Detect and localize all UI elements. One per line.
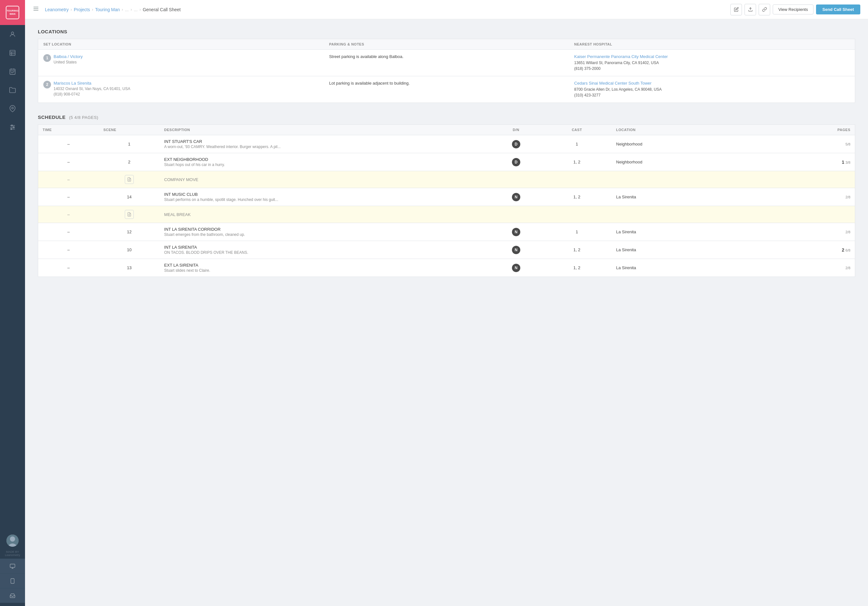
scene-location: La Sirenita	[612, 223, 786, 241]
col-dn: D/N	[490, 125, 542, 135]
main-area: Leanometry › Projects › Touring Man › ..…	[25, 0, 868, 606]
break-icon	[125, 210, 134, 219]
hospital-address: 8700 Gracie Allen Dr, Los Angeles, CA 90…	[574, 87, 850, 98]
made-by-label: MADE BY Leanometry	[5, 550, 20, 558]
svg-point-13	[11, 125, 12, 126]
svg-rect-22	[11, 578, 14, 583]
scene-pages: 1 3/8	[786, 153, 855, 171]
locations-section: LOCATIONS SET LOCATION PARKING & NOTES N…	[38, 29, 855, 103]
sidebar-item-person[interactable]	[0, 25, 25, 43]
scene-row: – 1 INT STUART'S CAR A worn-out, '93 CAM…	[38, 135, 855, 153]
scene-location: Neighborhood	[612, 153, 786, 171]
location-parking: Lot parking is available adjacent to bui…	[324, 76, 569, 103]
upload-button[interactable]	[744, 4, 756, 15]
location-parking: Street parking is available along Balboa…	[324, 49, 569, 76]
sidebar-item-calendar[interactable]	[0, 62, 25, 81]
location-address: United States	[54, 60, 83, 64]
location-name[interactable]: Mariscos La Sirenita	[54, 81, 91, 85]
scene-pages: 2/8	[786, 188, 855, 206]
scene-cast: 1, 2	[542, 153, 612, 171]
send-call-sheet-button[interactable]: Send Call Sheet	[816, 5, 860, 14]
break-icon-cell	[99, 206, 160, 223]
schedule-section: SCHEDULE (5 4/8 pages) TIME SCENE DESCRI…	[38, 114, 855, 277]
edit-button[interactable]	[730, 4, 742, 15]
svg-point-17	[10, 536, 15, 542]
break-time: –	[38, 171, 99, 188]
scene-time: –	[38, 223, 99, 241]
scene-description: INT LA SIRENITA ON TACOS. BLOOD DRIPS OV…	[160, 241, 490, 259]
scene-time: –	[38, 241, 99, 259]
scene-description: EXT LA SIRENITA Stuart slides next to Cl…	[160, 259, 490, 277]
hospital-name[interactable]: Kaiser Permanente Panorama City Medical …	[574, 54, 668, 59]
scene-location: La Sirenita	[612, 188, 786, 206]
scene-description: EXT NEIGHBORHOOD Stuart hops out of his …	[160, 153, 490, 171]
svg-rect-19	[10, 564, 15, 567]
col-time: TIME	[38, 125, 99, 135]
sidebar-item-folder[interactable]	[0, 81, 25, 99]
sidebar-item-table[interactable]	[0, 43, 25, 62]
location-row: 1 Balboa / Victory United States Street …	[38, 49, 855, 76]
svg-point-0	[11, 32, 14, 34]
user-avatar[interactable]	[0, 531, 25, 550]
scene-pages: 5/8	[786, 135, 855, 153]
col-scene: SCENE	[99, 125, 160, 135]
breadcrumb-projects[interactable]: Projects	[74, 7, 90, 12]
sidebar-inbox-btn[interactable]	[0, 588, 25, 603]
scene-number: 10	[99, 241, 160, 259]
schedule-subtitle: (5 4/8 pages)	[69, 115, 98, 120]
location-num: 2	[43, 81, 51, 88]
menu-icon[interactable]	[33, 5, 39, 14]
svg-point-15	[11, 128, 12, 130]
break-label: COMPANY MOVE	[160, 171, 855, 188]
sidebar: TOURINGMAN MADE BY Leanometry	[0, 0, 25, 606]
scene-cast: 1, 2	[542, 241, 612, 259]
col-location: LOCATION	[612, 125, 786, 135]
breadcrumb-ellipsis2: ...	[134, 7, 138, 12]
scene-row: – 2 EXT NEIGHBORHOOD Stuart hops out of …	[38, 153, 855, 171]
scene-description: INT LA SIRENITA CORRIDOR Stuart emerges …	[160, 223, 490, 241]
location-phone: (818) 908-0742	[54, 92, 130, 96]
scene-cast: 1	[542, 135, 612, 153]
schedule-table: TIME SCENE DESCRIPTION D/N CAST LOCATION…	[38, 124, 855, 277]
scene-cast: 1	[542, 223, 612, 241]
scene-number: 2	[99, 153, 160, 171]
breadcrumb-project[interactable]: Touring Man	[95, 7, 120, 12]
break-time: –	[38, 206, 99, 223]
scene-description: INT MUSIC CLUB Stuart performs on a humb…	[160, 188, 490, 206]
scene-cast: 1, 2	[542, 259, 612, 277]
sidebar-phone-btn[interactable]	[0, 573, 25, 588]
topbar: Leanometry › Projects › Touring Man › ..…	[25, 0, 868, 19]
sidebar-item-pin[interactable]	[0, 99, 25, 118]
col-parking: PARKING & NOTES	[324, 39, 569, 49]
location-name[interactable]: Balboa / Victory	[54, 54, 83, 59]
scene-number: 14	[99, 188, 160, 206]
link-button[interactable]	[759, 4, 770, 15]
col-hospital: NEAREST HOSPITAL	[569, 39, 855, 49]
svg-point-9	[12, 107, 14, 109]
sidebar-logo[interactable]: TOURINGMAN	[0, 0, 25, 25]
topbar-actions: View Recipients Send Call Sheet	[730, 4, 860, 15]
svg-rect-5	[10, 69, 16, 75]
scene-number: 12	[99, 223, 160, 241]
breadcrumb-leanometry[interactable]: Leanometry	[45, 7, 69, 12]
sidebar-monitor-btn[interactable]	[0, 558, 25, 573]
scene-dn: N	[490, 259, 542, 277]
locations-table: SET LOCATION PARKING & NOTES NEAREST HOS…	[38, 39, 855, 103]
scene-dn: N	[490, 241, 542, 259]
scene-location: La Sirenita	[612, 259, 786, 277]
scene-time: –	[38, 259, 99, 277]
scene-time: –	[38, 153, 99, 171]
break-icon-cell	[99, 171, 160, 188]
break-row: – COMPANY MOVE	[38, 171, 855, 188]
locations-title: LOCATIONS	[38, 29, 855, 34]
view-recipients-button[interactable]: View Recipients	[773, 5, 813, 14]
hospital-name[interactable]: Cedars Sinai Medical Center South Tower	[574, 81, 651, 85]
scene-dn: N	[490, 188, 542, 206]
sidebar-item-sliders[interactable]	[0, 118, 25, 136]
scene-dn: D	[490, 135, 542, 153]
breadcrumb-current: General Call Sheet	[143, 7, 181, 12]
scene-row: – 12 INT LA SIRENITA CORRIDOR Stuart eme…	[38, 223, 855, 241]
col-set-location: SET LOCATION	[38, 39, 324, 49]
scene-number: 13	[99, 259, 160, 277]
location-row: 2 Mariscos La Sirenita 14032 Oxnard St, …	[38, 76, 855, 103]
